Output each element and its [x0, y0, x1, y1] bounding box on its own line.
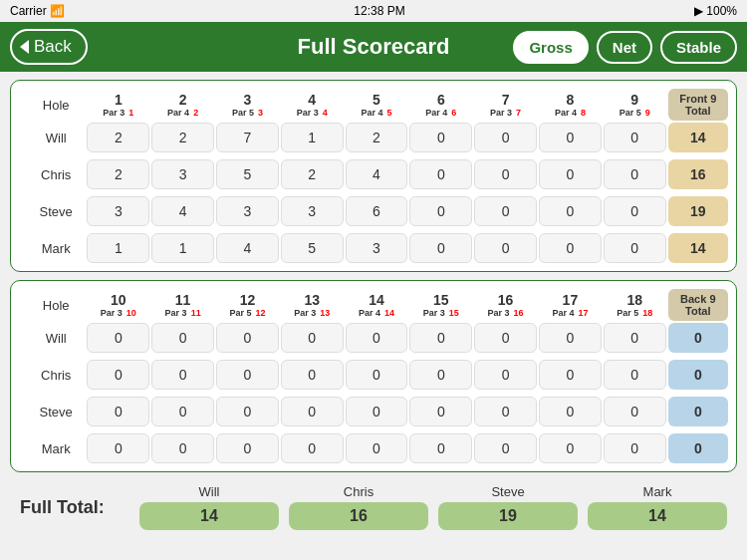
steve-hole5-score[interactable]: 6: [346, 196, 408, 226]
mark-hole18-score[interactable]: 0: [604, 433, 666, 463]
chris-hole17-score[interactable]: 0: [539, 360, 602, 390]
score-type-buttons: Gross Net Stable: [513, 31, 737, 64]
chris-hole16-score[interactable]: 0: [474, 360, 537, 390]
chris-hole13-score[interactable]: 0: [281, 360, 344, 390]
chris-hole8-score[interactable]: 0: [539, 159, 602, 189]
chris-full-total: 16: [289, 502, 428, 530]
steve-hole11-score[interactable]: 0: [151, 397, 214, 426]
steve-hole4-score[interactable]: 3: [281, 196, 344, 226]
steve-hole7-score[interactable]: 0: [474, 196, 537, 226]
hole-header-label: Hole: [19, 89, 85, 121]
chris-hole18-score[interactable]: 0: [604, 360, 666, 390]
chris-hole12-score[interactable]: 0: [216, 360, 279, 390]
mark-hole5-score[interactable]: 3: [346, 233, 408, 263]
mark-hole14-score[interactable]: 0: [346, 433, 408, 463]
chris-hole7-score[interactable]: 0: [474, 159, 537, 189]
mark-hole6-score[interactable]: 0: [409, 233, 472, 263]
steve-full-total: 19: [438, 502, 578, 530]
chris-hole15-score[interactable]: 0: [409, 360, 472, 390]
chris-hole5-score[interactable]: 4: [346, 159, 408, 189]
will-hole14-score[interactable]: 0: [346, 323, 408, 353]
chris-hole11-score[interactable]: 0: [151, 360, 214, 390]
steve-hole13-score[interactable]: 0: [281, 397, 344, 426]
steve-hole16-score[interactable]: 0: [474, 397, 537, 426]
chris-hole4-score[interactable]: 2: [281, 159, 344, 189]
will-hole5-score[interactable]: 2: [346, 123, 408, 152]
will-hole13-score[interactable]: 0: [281, 323, 344, 353]
chris-total-block: Chris 16: [289, 484, 428, 530]
steve-hole2-score[interactable]: 4: [151, 196, 214, 226]
mark-hole10-score[interactable]: 0: [87, 433, 149, 463]
chris-hole6-score[interactable]: 0: [409, 159, 472, 189]
chris-hole14-score[interactable]: 0: [346, 360, 408, 390]
steve-hole3-score[interactable]: 3: [216, 196, 279, 226]
will-total-block: Will 14: [139, 484, 279, 530]
steve-hole10-score[interactable]: 0: [87, 397, 149, 426]
mark-hole15-score[interactable]: 0: [409, 433, 472, 463]
steve-hole15-score[interactable]: 0: [409, 397, 472, 426]
mark-front9-total: 14: [668, 233, 728, 263]
back-button[interactable]: Back: [10, 29, 88, 65]
chris-back9-name: Chris: [19, 360, 85, 390]
steve-hole6-score[interactable]: 0: [409, 196, 472, 226]
chris-hole1-score[interactable]: 2: [87, 159, 149, 189]
mark-front9-row: Mark 1 1 4 5 3 0 0 0 0 14: [19, 233, 728, 263]
mark-full-total: 14: [588, 502, 727, 530]
full-total-section: Full Total: Will 14 Chris 16 Steve 19 Ma…: [10, 480, 737, 534]
will-hole15-score[interactable]: 0: [409, 323, 472, 353]
mark-hole16-score[interactable]: 0: [474, 433, 537, 463]
mark-hole11-score[interactable]: 0: [151, 433, 214, 463]
will-hole4-score[interactable]: 1: [281, 123, 344, 152]
will-hole8-score[interactable]: 0: [539, 123, 602, 152]
will-back9-name: Will: [19, 323, 85, 353]
will-hole7-score[interactable]: 0: [474, 123, 537, 152]
mark-hole2-score[interactable]: 1: [151, 233, 214, 263]
mark-hole8-score[interactable]: 0: [539, 233, 602, 263]
will-back9-row: Will 0 0 0 0 0 0 0 0 0 0: [19, 323, 728, 353]
mark-hole17-score[interactable]: 0: [539, 433, 602, 463]
hole-3-header: 3 Par 53: [216, 89, 279, 121]
hole-9-header: 9 Par 59: [604, 89, 666, 121]
will-hole12-score[interactable]: 0: [216, 323, 279, 353]
steve-hole17-score[interactable]: 0: [539, 397, 602, 426]
mark-hole4-score[interactable]: 5: [281, 233, 344, 263]
will-hole10-score[interactable]: 0: [87, 323, 149, 353]
back9-hole-header-label: Hole: [19, 289, 85, 321]
chris-hole3-score[interactable]: 5: [216, 159, 279, 189]
mark-back9-total: 0: [668, 433, 728, 463]
mark-hole1-score[interactable]: 1: [87, 233, 149, 263]
mark-hole3-score[interactable]: 4: [216, 233, 279, 263]
hole-14-header: 14 Par 414: [346, 289, 408, 321]
time-label: 12:38 PM: [354, 4, 404, 18]
steve-hole18-score[interactable]: 0: [604, 397, 666, 426]
mark-hole13-score[interactable]: 0: [281, 433, 344, 463]
mark-hole7-score[interactable]: 0: [474, 233, 537, 263]
will-hole1-score[interactable]: 2: [87, 123, 149, 152]
hole-11-header: 11 Par 311: [151, 289, 214, 321]
will-hole18-score[interactable]: 0: [604, 323, 666, 353]
will-hole11-score[interactable]: 0: [151, 323, 214, 353]
steve-hole12-score[interactable]: 0: [216, 397, 279, 426]
mark-name: Mark: [19, 233, 85, 263]
stable-button[interactable]: Stable: [660, 31, 737, 64]
chris-hole2-score[interactable]: 3: [151, 159, 214, 189]
will-hole17-score[interactable]: 0: [539, 323, 602, 353]
front9-section: Hole 1 Par 31 2 Par 42 3 Par 53 4: [10, 80, 737, 272]
steve-hole1-score[interactable]: 3: [87, 196, 149, 226]
gross-button[interactable]: Gross: [513, 31, 588, 64]
will-hole2-score[interactable]: 2: [151, 123, 214, 152]
steve-hole14-score[interactable]: 0: [346, 397, 408, 426]
mark-hole9-score[interactable]: 0: [604, 233, 666, 263]
will-hole3-score[interactable]: 7: [216, 123, 279, 152]
chris-hole10-score[interactable]: 0: [87, 360, 149, 390]
steve-hole9-score[interactable]: 0: [604, 196, 666, 226]
steve-hole8-score[interactable]: 0: [539, 196, 602, 226]
back-chevron-icon: [20, 40, 29, 54]
will-hole9-score[interactable]: 0: [604, 123, 666, 152]
will-hole6-score[interactable]: 0: [409, 123, 472, 152]
will-hole16-score[interactable]: 0: [474, 323, 537, 353]
carrier-label: Carrier 📶: [10, 4, 65, 18]
mark-hole12-score[interactable]: 0: [216, 433, 279, 463]
net-button[interactable]: Net: [597, 31, 652, 64]
chris-hole9-score[interactable]: 0: [604, 159, 666, 189]
